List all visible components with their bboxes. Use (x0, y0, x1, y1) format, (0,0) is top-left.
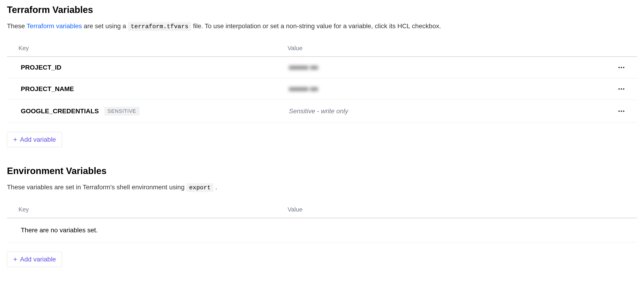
plus-icon: + (13, 256, 17, 263)
table-header: Key Value (7, 201, 637, 218)
header-key: Key (18, 206, 288, 213)
more-actions-button[interactable] (616, 65, 626, 70)
var-key: PROJECT_ID (21, 64, 289, 71)
svg-point-2 (623, 67, 624, 68)
table-row: GOOGLE_CREDENTIALS SENSITIVE Sensitive -… (7, 100, 637, 123)
svg-point-6 (618, 111, 620, 112)
sensitive-badge: SENSITIVE (104, 107, 140, 116)
terraform-section-desc: These Terraform variables are set using … (7, 22, 637, 31)
environment-section-title: Environment Variables (7, 166, 637, 176)
header-key: Key (18, 45, 288, 52)
terraform-section-title: Terraform Variables (7, 5, 637, 15)
table-header: Key Value (7, 40, 637, 57)
terraform-variables-section: Terraform Variables These Terraform vari… (7, 5, 637, 147)
svg-point-3 (618, 88, 620, 90)
tfvars-code: terraform.tfvars (128, 22, 191, 31)
var-value-sensitive: Sensitive - write only (289, 108, 616, 115)
header-value: Value (288, 206, 616, 213)
var-value: ■■■■■ ■■ (289, 85, 616, 93)
more-icon (618, 110, 624, 112)
svg-point-0 (618, 67, 620, 68)
more-actions-button[interactable] (616, 86, 626, 92)
empty-state-text: There are no variables set. (7, 218, 637, 242)
svg-point-7 (621, 111, 622, 112)
svg-point-8 (623, 111, 624, 112)
svg-point-4 (621, 88, 622, 90)
add-environment-variable-button[interactable]: + Add variable (7, 252, 62, 267)
environment-variables-table: Key Value There are no variables set. (7, 201, 637, 242)
var-value: ■■■■■ ■■ (289, 64, 616, 71)
terraform-variables-link[interactable]: Terraform variables (26, 23, 82, 30)
header-value: Value (288, 45, 616, 52)
more-actions-button[interactable] (616, 108, 626, 114)
environment-variables-section: Environment Variables These variables ar… (7, 166, 637, 267)
more-icon (618, 67, 624, 68)
export-code: export (186, 183, 214, 192)
plus-icon: + (13, 136, 17, 143)
svg-point-5 (623, 88, 624, 90)
var-key: PROJECT_NAME (21, 85, 289, 93)
var-key: GOOGLE_CREDENTIALS SENSITIVE (21, 107, 289, 116)
more-icon (618, 88, 624, 90)
table-row: PROJECT_ID ■■■■■ ■■ (7, 57, 637, 78)
environment-section-desc: These variables are set in Terraform's s… (7, 183, 637, 192)
terraform-variables-table: Key Value PROJECT_ID ■■■■■ ■■ PROJECT_NA… (7, 40, 637, 123)
table-row: PROJECT_NAME ■■■■■ ■■ (7, 78, 637, 100)
add-terraform-variable-button[interactable]: + Add variable (7, 132, 62, 147)
svg-point-1 (621, 67, 622, 68)
